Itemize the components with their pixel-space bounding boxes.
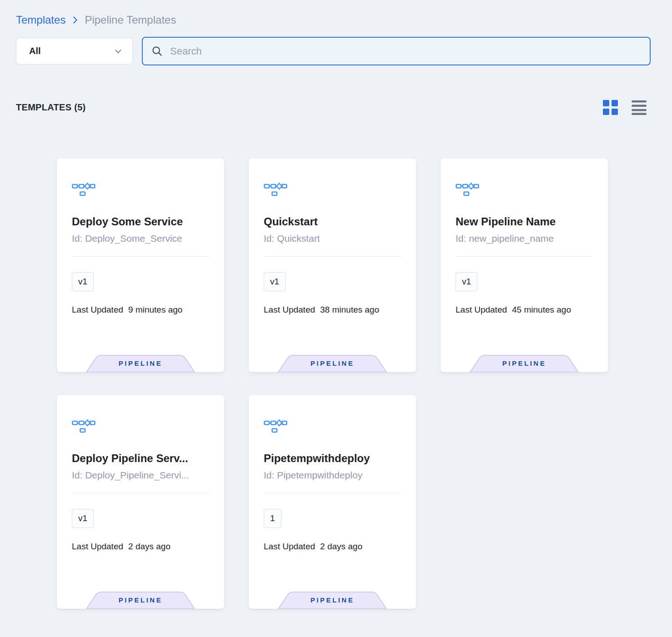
pipeline-type-badge: PIPELINE	[86, 592, 195, 609]
scope-dropdown-value: All	[29, 46, 41, 56]
template-id: Id: Pipetempwithdeploy	[264, 470, 401, 481]
pipeline-type-badge: PIPELINE	[278, 355, 387, 372]
last-updated-label: Last Updated	[264, 305, 315, 315]
pipeline-type-badge: PIPELINE	[278, 592, 387, 609]
pipeline-templates-page: Templates Pipeline Templates All	[0, 0, 672, 637]
pipeline-type-label: PIPELINE	[86, 359, 195, 367]
last-updated-label: Last Updated	[72, 542, 123, 552]
version-badge: v1	[72, 272, 94, 291]
template-card[interactable]: Deploy Some Service Id: Deploy_Some_Serv…	[57, 159, 224, 372]
template-title: Quickstart	[264, 215, 401, 228]
template-card[interactable]: New Pipeline Name Id: new_pipeline_name …	[441, 159, 608, 372]
pipeline-type-label: PIPELINE	[278, 359, 387, 367]
template-id: Id: Deploy_Pipeline_Servi...	[72, 470, 209, 481]
grid-view-button[interactable]	[603, 100, 618, 115]
pipeline-type-label: PIPELINE	[86, 596, 195, 604]
last-updated-value: 9 minutes ago	[128, 305, 182, 315]
template-title: Deploy Some Service	[72, 215, 209, 228]
templates-section-header: TEMPLATES (5)	[0, 100, 672, 115]
template-title: Pipetempwithdeploy	[264, 452, 401, 465]
scope-dropdown[interactable]: All	[16, 38, 133, 65]
last-updated-row: Last Updated 2 days ago	[72, 542, 209, 552]
template-id: Id: Deploy_Some_Service	[72, 233, 209, 244]
pipeline-nodes-icon	[456, 182, 479, 196]
pipeline-type-badge: PIPELINE	[86, 355, 195, 372]
list-view-button[interactable]	[632, 100, 647, 115]
last-updated-label: Last Updated	[456, 305, 507, 315]
template-card[interactable]: Quickstart Id: Quickstart v1 Last Update…	[249, 159, 416, 372]
pipeline-nodes-icon	[264, 182, 287, 196]
template-id: Id: new_pipeline_name	[456, 233, 593, 244]
last-updated-row: Last Updated 45 minutes ago	[456, 305, 593, 315]
last-updated-row: Last Updated 9 minutes ago	[72, 305, 209, 315]
breadcrumb-current: Pipeline Templates	[85, 14, 176, 26]
pipeline-nodes-icon	[264, 419, 287, 433]
pipeline-type-badge: PIPELINE	[470, 355, 579, 372]
pipeline-type-label: PIPELINE	[470, 359, 579, 367]
last-updated-row: Last Updated 38 minutes ago	[264, 305, 401, 315]
page-header: Templates Pipeline Templates All	[0, 0, 672, 65]
last-updated-value: 2 days ago	[320, 542, 362, 552]
grid-view-icon	[603, 100, 618, 115]
last-updated-value: 2 days ago	[128, 542, 171, 552]
version-badge: 1	[264, 509, 281, 528]
template-card[interactable]: Pipetempwithdeploy Id: Pipetempwithdeplo…	[249, 395, 416, 609]
version-badge: v1	[456, 272, 477, 291]
view-toggles	[603, 100, 647, 115]
template-id: Id: Quickstart	[264, 233, 401, 244]
filter-row: All	[16, 37, 651, 65]
version-badge: v1	[264, 272, 286, 291]
pipeline-nodes-icon	[72, 182, 95, 196]
pipeline-nodes-icon	[72, 419, 95, 433]
search-icon	[151, 45, 164, 58]
last-updated-label: Last Updated	[72, 305, 123, 315]
chevron-down-icon	[113, 46, 123, 56]
template-title: Deploy Pipeline Serv...	[72, 452, 209, 465]
search-input[interactable]	[170, 45, 642, 57]
chevron-right-icon	[70, 15, 80, 25]
breadcrumb-link-templates[interactable]: Templates	[16, 14, 65, 26]
last-updated-value: 45 minutes ago	[512, 305, 571, 315]
template-card[interactable]: Deploy Pipeline Serv... Id: Deploy_Pipel…	[57, 395, 224, 609]
version-badge: v1	[72, 509, 94, 528]
breadcrumb: Templates Pipeline Templates	[16, 14, 651, 26]
section-title: TEMPLATES (5)	[16, 102, 86, 113]
pipeline-type-label: PIPELINE	[278, 596, 387, 604]
template-title: New Pipeline Name	[456, 215, 593, 228]
templates-grid: Deploy Some Service Id: Deploy_Some_Serv…	[57, 159, 672, 609]
last-updated-value: 38 minutes ago	[320, 305, 379, 315]
last-updated-row: Last Updated 2 days ago	[264, 542, 401, 552]
search-box	[142, 37, 651, 65]
last-updated-label: Last Updated	[264, 542, 315, 552]
list-view-icon	[632, 100, 647, 115]
